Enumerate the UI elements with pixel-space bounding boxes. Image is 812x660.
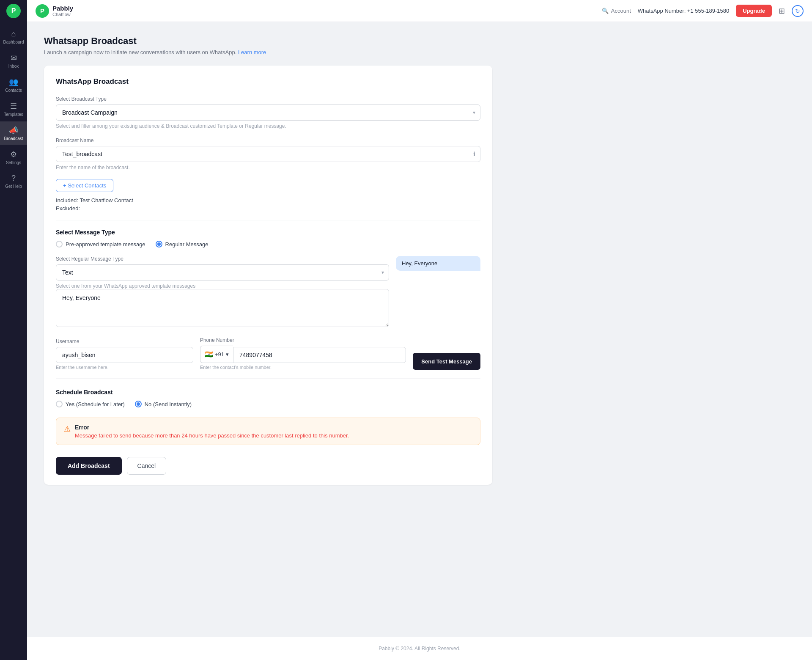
sidebar-item-contacts[interactable]: 👥 Contacts (0, 73, 27, 96)
excluded-label: Excluded: (56, 205, 80, 212)
schedule-no-label: No (Send Instantly) (145, 401, 192, 407)
sidebar-item-settings[interactable]: ⚙ Settings (0, 146, 27, 169)
grid-icon[interactable]: ⊞ (779, 6, 785, 16)
excluded-text: Excluded: (56, 205, 480, 212)
sidebar-label-contacts: Contacts (5, 88, 22, 93)
radio-template-label: Pre-approved template message (66, 241, 145, 248)
topbar: P Pabbly Chatflow 🔍 Account WhatsApp Num… (27, 0, 812, 22)
learn-more-link[interactable]: Learn more (238, 49, 266, 55)
sidebar-item-templates[interactable]: ☰ Templates (0, 97, 27, 121)
schedule-section: Schedule Broadcast Yes (Schedule for Lat… (56, 389, 480, 407)
broadcast-type-group: Select Broadcast Type Broadcast Campaign… (56, 96, 480, 129)
add-broadcast-button[interactable]: Add Broadcast (56, 457, 122, 475)
flag-india-icon: 🇮🇳 (205, 350, 213, 358)
message-type-label: Select Message Type (56, 229, 480, 236)
topbar-logo-text-group: Pabbly Chatflow (52, 5, 73, 17)
broadcast-name-label: Broadcast Name (56, 138, 480, 143)
broadcast-name-group: Broadcast Name ℹ Enter the name of the b… (56, 138, 480, 170)
included-text: Included: Test Chatflow Contact (56, 197, 480, 204)
upgrade-button[interactable]: Upgrade (736, 5, 772, 17)
app-name: Pabbly (52, 5, 73, 12)
sidebar-item-dashboard[interactable]: ⌂ Dashboard (0, 25, 27, 48)
username-input[interactable] (56, 347, 193, 363)
search-trigger[interactable]: 🔍 Account (602, 8, 631, 14)
radio-regular-item[interactable]: Regular Message (156, 241, 208, 248)
message-left: Select Regular Message Type Text ▾ Selec… (56, 256, 389, 329)
sidebar-label-gethelp: Get Help (5, 184, 22, 189)
message-type-radio-group: Pre-approved template message Regular Me… (56, 241, 480, 248)
schedule-label: Schedule Broadcast (56, 389, 480, 396)
send-test-button[interactable]: Send Test Message (413, 353, 480, 370)
broadcast-type-select[interactable]: Broadcast Campaign (56, 104, 480, 121)
phone-hint: Enter the contact's mobile number. (200, 365, 406, 370)
page-footer: Pabbly © 2024. All Rights Reserved. (27, 637, 812, 660)
wa-number: WhatsApp Number: +1 555-189-1580 (638, 8, 729, 14)
topbar-right: 🔍 Account WhatsApp Number: +1 555-189-15… (602, 5, 804, 17)
error-box: ⚠ Error Message failed to send because m… (56, 418, 480, 445)
broadcast-name-hint: Enter the name of the broadcast. (56, 165, 480, 170)
phone-field-group: Phone Number 🇮🇳 +91 ▾ Enter the contact'… (200, 337, 406, 370)
phone-group: 🇮🇳 +91 ▾ (200, 346, 406, 363)
search-icon: 🔍 (602, 8, 609, 14)
app-tagline: Chatflow (52, 12, 73, 17)
broadcast-type-hint: Select and filter among your existing au… (56, 123, 480, 129)
select-contacts-button[interactable]: + Select Contacts (56, 179, 113, 192)
radio-template-item[interactable]: Pre-approved template message (56, 241, 145, 248)
help-icon: ? (11, 174, 16, 183)
error-icon: ⚠ (64, 424, 71, 434)
sidebar-item-broadcast[interactable]: 📣 Broadcast (0, 121, 27, 145)
radio-template-circle (56, 241, 63, 248)
username-label: Username (56, 338, 193, 344)
included-value: Test Chatflow Contact (80, 197, 133, 204)
content-area: Whatsapp Broadcast Launch a campaign now… (27, 22, 812, 637)
schedule-no-item[interactable]: No (Send Instantly) (135, 401, 192, 407)
radio-regular-circle (156, 241, 162, 248)
message-preview: Hey, Everyone (396, 256, 480, 329)
schedule-yes-label: Yes (Schedule for Later) (66, 401, 125, 407)
dashboard-icon: ⌂ (11, 30, 16, 38)
message-content-row: Select Regular Message Type Text ▾ Selec… (56, 256, 480, 329)
phone-code-chevron: ▾ (226, 351, 229, 358)
footer-buttons: Add Broadcast Cancel (56, 457, 480, 475)
schedule-yes-item[interactable]: Yes (Schedule for Later) (56, 401, 125, 407)
sidebar-item-inbox[interactable]: ✉ Inbox (0, 49, 27, 72)
message-type-group: Select Message Type Pre-approved templat… (56, 229, 480, 248)
sidebar-label-templates: Templates (4, 112, 23, 117)
sidebar: P ⌂ Dashboard ✉ Inbox 👥 Contacts ☰ Templ… (0, 0, 27, 660)
regular-msg-select-wrapper: Text ▾ (56, 264, 389, 280)
app-logo-icon: P (6, 4, 21, 18)
phone-country-select[interactable]: 🇮🇳 +91 ▾ (200, 346, 233, 363)
broadcast-icon: 📣 (9, 126, 18, 135)
sidebar-nav: ⌂ Dashboard ✉ Inbox 👥 Contacts ☰ Templat… (0, 22, 27, 192)
regular-msg-select[interactable]: Text (56, 264, 389, 280)
settings-icon: ⚙ (10, 150, 17, 159)
broadcast-name-input[interactable] (56, 146, 480, 162)
error-title: Error (75, 424, 349, 431)
account-label: Account (611, 8, 631, 14)
preview-bubble: Hey, Everyone (396, 256, 480, 271)
schedule-yes-circle (56, 401, 63, 407)
page-subtitle: Launch a campaign now to initiate new co… (44, 49, 795, 55)
sidebar-label-inbox: Inbox (8, 64, 19, 69)
sidebar-label-dashboard: Dashboard (3, 40, 24, 45)
sidebar-item-gethelp[interactable]: ? Get Help (0, 170, 27, 192)
info-icon: ℹ (473, 151, 475, 157)
phone-code: +91 (215, 351, 224, 358)
schedule-radio-group: Yes (Schedule for Later) No (Send Instan… (56, 401, 480, 407)
schedule-no-circle (135, 401, 142, 407)
inbox-icon: ✉ (11, 53, 17, 63)
sidebar-label-settings: Settings (6, 160, 21, 165)
radio-regular-label: Regular Message (165, 241, 208, 248)
subtitle-text: Launch a campaign now to initiate new co… (44, 49, 238, 55)
broadcast-card: WhatsApp Broadcast Select Broadcast Type… (44, 66, 492, 485)
regular-msg-type-label: Select Regular Message Type (56, 256, 389, 262)
refresh-icon[interactable]: ↻ (792, 5, 804, 17)
sidebar-logo: P (0, 0, 27, 22)
phone-input[interactable] (233, 347, 406, 363)
test-message-row: Username Enter the username here. Phone … (56, 337, 480, 370)
username-hint: Enter the username here. (56, 365, 193, 370)
username-field-group: Username Enter the username here. (56, 338, 193, 370)
message-textarea[interactable]: Hey, Everyone (56, 289, 389, 327)
cancel-button[interactable]: Cancel (127, 457, 167, 475)
broadcast-type-label: Select Broadcast Type (56, 96, 480, 102)
